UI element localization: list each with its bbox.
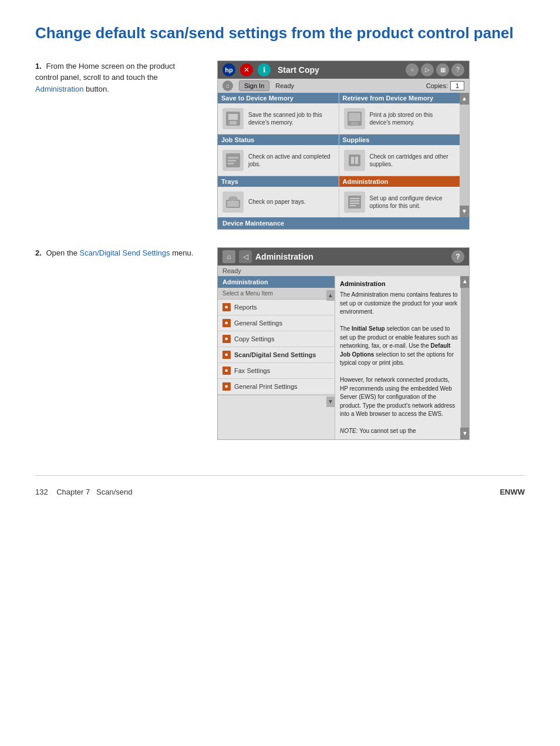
- svg-rect-2: [230, 121, 237, 125]
- circle-icon-1: ○: [406, 63, 419, 76]
- left-scroll-up[interactable]: ▲: [326, 290, 335, 301]
- jobstatus-text: Check on active and completed jobs.: [248, 153, 334, 168]
- svg-rect-19: [350, 203, 359, 204]
- svg-rect-8: [228, 160, 236, 162]
- footer-left: 132 Chapter 7 Scan/send: [35, 488, 133, 496]
- grid-section-save: Save to Device Memory Save the scanned j…: [218, 93, 339, 134]
- fax-settings-icon: ■: [222, 367, 231, 375]
- screen2-device: ⌂ ◁ Administration ? Ready Administratio…: [217, 247, 470, 440]
- screen2-subheader: Ready: [218, 266, 469, 276]
- copies-area: Copies: 1: [426, 81, 464, 90]
- screen2-right-panel: Administration The Administration menu c…: [335, 276, 469, 439]
- grid-section-trays: Trays Check on paper trays.: [218, 176, 339, 217]
- retrieve-section-header: Retrieve from Device Memory: [339, 93, 460, 103]
- menu-item-scan-settings[interactable]: ■ Scan/Digital Send Settings: [218, 347, 335, 363]
- step2-text-after: menu.: [170, 248, 194, 257]
- administration-text: Set up and configure device options for …: [370, 194, 456, 210]
- svg-point-15: [228, 196, 238, 201]
- jobstatus-icon: [222, 150, 244, 171]
- menu-scan-settings-label: Scan/Digital Send Settings: [234, 351, 316, 358]
- administration-section-header: Administration: [339, 176, 460, 187]
- chapter-label: Chapter 7: [56, 488, 90, 496]
- step2-link[interactable]: Scan/Digital Send Settings: [80, 248, 170, 257]
- scan-settings-icon: ■: [222, 351, 231, 359]
- supplies-text: Check on cartridges and other supplies.: [370, 153, 456, 168]
- administration-item[interactable]: Set up and configure device options for …: [339, 187, 460, 217]
- question-icon: ?: [451, 63, 464, 76]
- copies-value[interactable]: 1: [450, 81, 464, 90]
- scroll-up-btn[interactable]: ▲: [460, 93, 469, 105]
- step2-text-before: Open the: [46, 248, 79, 257]
- svg-rect-12: [355, 157, 358, 164]
- svg-rect-9: [228, 163, 234, 164]
- step2-number: 2.: [35, 248, 42, 257]
- screen2-left-panel: Administration Select a Menu Item ▲ ■ Re…: [218, 276, 335, 439]
- retrieve-text: Print a job stored on this device's memo…: [370, 111, 456, 126]
- menu-copy-settings-label: Copy Settings: [234, 335, 274, 342]
- menu-item-general-settings[interactable]: ■ General Settings: [218, 315, 335, 331]
- trays-text: Check on paper trays.: [248, 198, 306, 206]
- signin-button[interactable]: Sign In: [239, 80, 269, 91]
- save-item[interactable]: Save the scanned job to this device's me…: [218, 103, 339, 134]
- screen2-body: Administration Select a Menu Item ▲ ■ Re…: [218, 276, 469, 439]
- trays-item[interactable]: Check on paper trays.: [218, 187, 339, 217]
- supplies-item[interactable]: Check on cartridges and other supplies.: [339, 145, 460, 176]
- menu-general-settings-label: General Settings: [234, 320, 282, 327]
- info-icon: ℹ: [258, 63, 271, 76]
- page-title: Change default scan/send settings from t…: [35, 23, 525, 43]
- screen2-right-title: Administration: [340, 280, 458, 289]
- menu-item-fax-settings[interactable]: ■ Fax Settings: [218, 363, 335, 379]
- save-section-header: Save to Device Memory: [218, 93, 339, 103]
- menu-item-reports[interactable]: ■ Reports: [218, 300, 335, 315]
- general-settings-icon: ■: [222, 319, 231, 327]
- step1-number: 1.: [35, 62, 42, 70]
- screen1-subheader: ⌂ Sign In Ready Copies: 1: [218, 79, 469, 93]
- screen1-device: hp ✕ ℹ Start Copy ○ ▷ ▦ ? ⌂ Sign In Read…: [217, 61, 470, 230]
- step2-row: 2. Open the Scan/Digital Send Settings m…: [35, 247, 525, 440]
- screen1-scrollbar: ▲ ▼: [460, 93, 469, 217]
- menu-print-settings-label: General Print Settings: [234, 383, 298, 390]
- step2-text: 2. Open the Scan/Digital Send Settings m…: [35, 247, 200, 259]
- grid-section-supplies: Supplies Check on cartridges and other s…: [339, 135, 460, 176]
- ready-status: Ready: [275, 82, 294, 89]
- page-footer: 132 Chapter 7 Scan/send ENWW: [35, 475, 525, 502]
- grid-section-jobstatus: Job Status Check on active and completed…: [218, 135, 339, 176]
- retrieve-icon: [344, 108, 365, 129]
- copy-settings-icon: ■: [222, 335, 231, 343]
- hp-logo: hp: [222, 63, 235, 76]
- screen2-help-icon[interactable]: ?: [451, 250, 464, 263]
- select-placeholder: Select a Menu Item: [218, 288, 335, 300]
- screen2-right-scrollbar: ▲ ▼: [461, 276, 469, 439]
- save-text: Save the scanned job to this device's me…: [248, 111, 334, 126]
- right-scroll-down[interactable]: ▼: [460, 428, 469, 439]
- retrieve-item[interactable]: Print a job stored on this device's memo…: [339, 103, 460, 134]
- menu-item-print-settings[interactable]: ■ General Print Settings: [218, 379, 335, 395]
- right-icons: ○ ▷ ▦ ?: [406, 63, 464, 76]
- screen1-grid: Save to Device Memory Save the scanned j…: [218, 93, 460, 217]
- home-icon: ⌂: [222, 80, 233, 91]
- menu-fax-settings-label: Fax Settings: [234, 367, 270, 374]
- supplies-icon: [344, 150, 365, 171]
- step1-text-after: button.: [83, 85, 109, 93]
- trays-section-header: Trays: [218, 176, 339, 187]
- menu-item-copy-settings[interactable]: ■ Copy Settings: [218, 331, 335, 347]
- supplies-section-header: Supplies: [339, 135, 460, 145]
- step1-link[interactable]: Administration: [35, 85, 83, 93]
- screen1-grid-container: Save to Device Memory Save the scanned j…: [218, 93, 469, 217]
- left-scroll-down[interactable]: ▼: [326, 396, 335, 407]
- right-scroll-up[interactable]: ▲: [460, 276, 469, 288]
- screen2-back-icon[interactable]: ◁: [239, 250, 252, 263]
- screen2-home-icon[interactable]: ⌂: [222, 250, 235, 263]
- start-copy-label: Start Copy: [275, 65, 401, 75]
- svg-rect-4: [349, 113, 360, 121]
- scroll-down-btn[interactable]: ▼: [460, 206, 469, 217]
- jobstatus-item[interactable]: Check on active and completed jobs.: [218, 145, 339, 176]
- print-settings-icon: ■: [222, 382, 231, 391]
- svg-rect-16: [348, 196, 361, 209]
- screen2-ready: Ready: [222, 267, 241, 274]
- screen1-header: hp ✕ ℹ Start Copy ○ ▷ ▦ ?: [218, 61, 469, 79]
- grid-section-administration: Administration Set up and configure devi…: [339, 176, 460, 217]
- svg-rect-20: [350, 205, 356, 206]
- left-scroll-bottom: ▼: [218, 395, 335, 408]
- footer-right: ENWW: [500, 488, 525, 496]
